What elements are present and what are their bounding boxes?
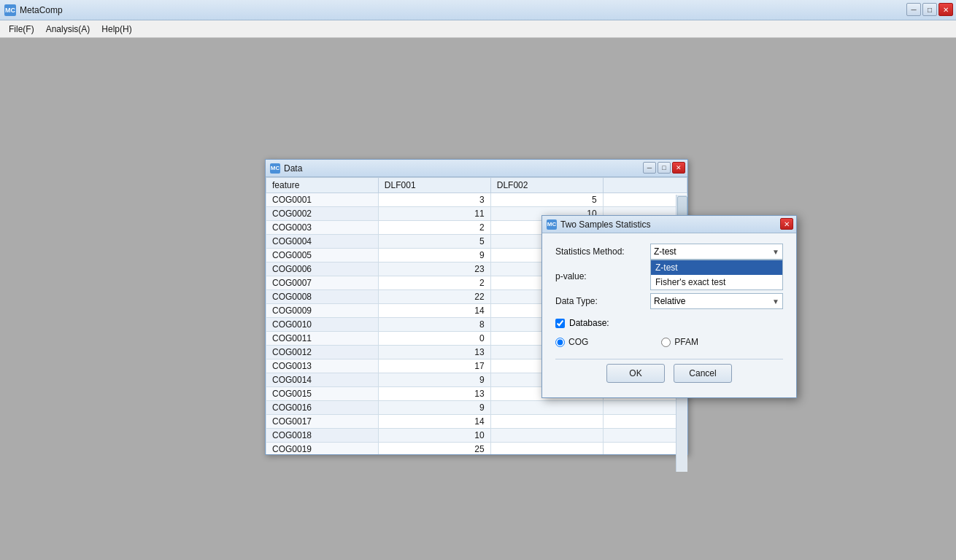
table-cell: 14: [378, 304, 490, 318]
col-header-extra: [603, 178, 687, 193]
dropdown-fishers[interactable]: Fisher's exact test: [651, 275, 782, 289]
database-checkbox[interactable]: [555, 319, 565, 328]
data-window-icon: MC: [270, 163, 280, 174]
statistics-method-dropdown: Z-test Fisher's exact test: [650, 260, 783, 290]
radio-cog[interactable]: [555, 338, 565, 347]
app-window-controls: ─ □ ✕: [906, 3, 953, 16]
ok-button[interactable]: OK: [606, 364, 665, 383]
table-cell: 11: [378, 207, 490, 221]
data-type-row: Data Type: Relative ▼: [555, 293, 783, 309]
table-cell: COG0015: [266, 387, 379, 401]
database-row: Database:: [555, 318, 783, 328]
radio-cog-text: COG: [568, 337, 588, 347]
app-minimize-btn[interactable]: ─: [906, 3, 921, 16]
table-cell: COG0001: [266, 193, 379, 207]
statistics-method-label: Statistics Method:: [555, 246, 650, 257]
table-cell: COG0008: [266, 290, 379, 304]
cancel-button[interactable]: Cancel: [674, 364, 732, 383]
statistics-method-row: Statistics Method: Z-test ▼ Z-test Fishe…: [555, 244, 783, 260]
table-cell: COG0009: [266, 304, 379, 318]
data-type-arrow: ▼: [772, 298, 779, 306]
col-header-dlf002: DLF002: [490, 178, 603, 193]
radio-cog-label[interactable]: COG: [555, 337, 588, 347]
app-close-btn[interactable]: ✕: [938, 3, 953, 16]
radio-pfam-text: PFAM: [674, 337, 698, 347]
table-cell: 17: [378, 359, 490, 373]
table-cell: 8: [378, 318, 490, 332]
dropdown-ztest[interactable]: Z-test: [651, 260, 782, 275]
dialog-body: Statistics Method: Z-test ▼ Z-test Fishe…: [542, 233, 796, 397]
table-cell: COG0016: [266, 401, 379, 415]
table-cell: 13: [378, 346, 490, 359]
table-cell: COG0007: [266, 276, 379, 290]
app-icon: MC: [4, 4, 16, 16]
table-cell: COG0019: [266, 443, 379, 455]
data-type-select[interactable]: Relative ▼: [650, 293, 783, 309]
menu-file[interactable]: File(F): [3, 23, 40, 36]
table-row: COG001925: [266, 443, 687, 455]
database-label: Database:: [569, 318, 609, 328]
table-row: COG001714: [266, 415, 687, 429]
table-cell: [603, 443, 687, 455]
data-window-maximize-btn[interactable]: □: [658, 162, 671, 174]
table-cell: COG0004: [266, 235, 379, 249]
table-cell: 2: [378, 276, 490, 290]
data-window-minimize-btn[interactable]: ─: [643, 162, 656, 174]
dialog-title-text: Two Samples Statistics: [560, 219, 650, 230]
table-cell: COG0013: [266, 359, 379, 373]
table-cell: [603, 415, 687, 429]
dialog-title-bar: MC Two Samples Statistics ✕: [542, 216, 796, 233]
statistics-method-value: Z-test: [654, 246, 676, 257]
table-cell: 10: [378, 429, 490, 443]
menu-analysis[interactable]: Analysis(A): [40, 23, 96, 36]
table-cell: COG0011: [266, 332, 379, 346]
table-cell: COG0003: [266, 221, 379, 235]
table-cell: 14: [378, 415, 490, 429]
table-cell: COG0002: [266, 207, 379, 221]
menu-help[interactable]: Help(H): [96, 23, 137, 36]
table-row: COG001810: [266, 429, 687, 443]
table-cell: COG0018: [266, 429, 379, 443]
app-title: MetaComp: [20, 5, 63, 15]
table-cell: 2: [378, 221, 490, 235]
data-type-value: Relative: [654, 296, 685, 306]
data-window-controls: ─ □ ✕: [643, 162, 685, 174]
table-cell: 9: [378, 401, 490, 415]
table-cell: COG0006: [266, 262, 379, 276]
table-cell: [490, 443, 603, 455]
data-window-close-btn[interactable]: ✕: [672, 162, 685, 174]
radio-pfam[interactable]: [661, 338, 671, 347]
table-cell: [603, 429, 687, 443]
table-cell: 3: [378, 193, 490, 207]
table-cell: COG0012: [266, 346, 379, 359]
radio-row: COG PFAM: [555, 337, 783, 347]
table-cell: 25: [378, 443, 490, 455]
table-cell: 5: [490, 193, 603, 207]
table-cell: [490, 429, 603, 443]
statistics-method-select-wrapper: Z-test ▼ Z-test Fisher's exact test: [650, 244, 783, 260]
table-cell: 5: [378, 235, 490, 249]
data-window-title-bar: MC Data ─ □ ✕: [266, 160, 687, 177]
table-cell: 13: [378, 387, 490, 401]
table-cell: COG0010: [266, 318, 379, 332]
data-window-title-text: Data: [284, 163, 302, 174]
table-cell: 0: [378, 332, 490, 346]
two-samples-statistics-dialog: MC Two Samples Statistics ✕ Statistics M…: [541, 215, 797, 398]
statistics-method-select[interactable]: Z-test ▼: [650, 244, 783, 260]
dialog-icon: MC: [547, 219, 557, 230]
table-cell: 9: [378, 373, 490, 387]
table-row: COG000135: [266, 193, 687, 207]
radio-pfam-label[interactable]: PFAM: [661, 337, 698, 347]
menu-bar: File(F) Analysis(A) Help(H): [0, 20, 956, 38]
col-header-dlf001: DLF001: [378, 178, 490, 193]
table-cell: COG0017: [266, 415, 379, 429]
table-cell: 9: [378, 249, 490, 262]
table-cell: [490, 401, 603, 415]
table-cell: [603, 193, 687, 207]
data-type-select-wrapper: Relative ▼: [650, 293, 783, 309]
app-maximize-btn[interactable]: □: [922, 3, 937, 16]
app-title-bar: MC MetaComp ─ □ ✕: [0, 0, 956, 20]
dialog-close-btn[interactable]: ✕: [780, 218, 793, 230]
col-header-feature: feature: [266, 178, 379, 193]
table-cell: COG0005: [266, 249, 379, 262]
